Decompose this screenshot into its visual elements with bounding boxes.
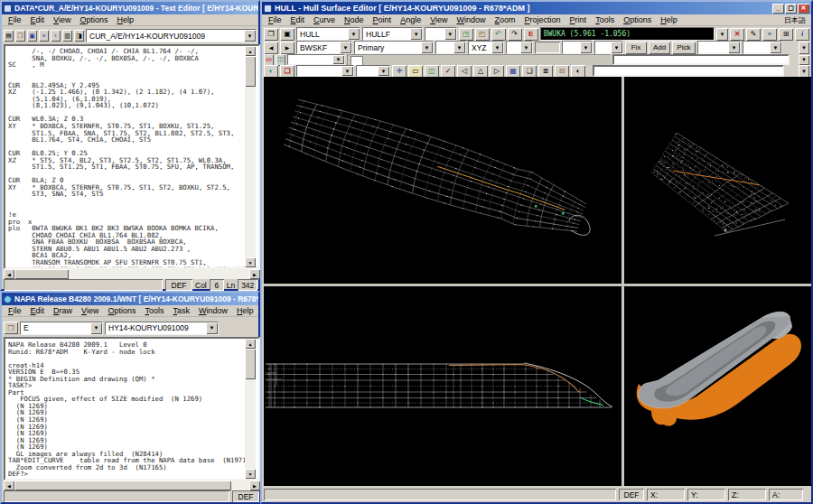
viewport-splitter-vertical[interactable] [621, 77, 624, 486]
chevron-down-icon[interactable]: ▼ [348, 28, 360, 40]
angle-up-icon[interactable]: △ [473, 65, 488, 78]
export-icon[interactable]: ◰ [475, 28, 490, 41]
expression-field[interactable] [612, 54, 790, 65]
viewport-perspective[interactable] [264, 77, 621, 284]
empty-combobox[interactable]: ▼ [743, 41, 782, 54]
editor-text-area[interactable]: /-, -/ CHOAO, CHOAI /- CHIA BL1.764 /- -… [4, 44, 260, 269]
menu-edit[interactable]: Edit [26, 15, 50, 24]
menu-help[interactable]: Help [656, 15, 682, 24]
marker-icon[interactable]: ❏ [280, 65, 294, 78]
chevron-down-icon[interactable]: ▼ [611, 42, 622, 53]
scroll-up-icon[interactable]: ▲ [245, 339, 256, 349]
command-field[interactable] [593, 65, 784, 77]
chevron-down-icon[interactable]: ▼ [340, 42, 351, 53]
menu-tools[interactable]: Tools [140, 306, 168, 315]
menu-task[interactable]: Task [168, 306, 194, 315]
fix-button[interactable]: Fix [625, 42, 647, 54]
close-button[interactable]: ✕ [798, 4, 809, 14]
menu-view[interactable]: View [425, 15, 452, 24]
chevron-down-icon[interactable]: ▼ [421, 42, 433, 53]
toolbar-overflow-icon[interactable]: ▼ [799, 42, 809, 54]
napa-vertical-scrollbar[interactable]: ▲ ▼ [245, 339, 256, 479]
napa-horizontal-scrollbar[interactable]: ◀ ▶ [4, 481, 260, 490]
empty-combobox[interactable]: ▼ [425, 27, 457, 41]
list-icon[interactable]: ▥ [62, 30, 72, 42]
viewport-rendered[interactable] [624, 286, 811, 486]
pen-icon[interactable]: ✎ [746, 28, 761, 41]
scroll-left-icon[interactable]: ◀ [4, 481, 14, 490]
empty-combobox[interactable]: ▼ [594, 41, 623, 54]
angle-right-icon[interactable]: ▷ [490, 65, 504, 78]
surface2-combobox[interactable]: HULLF▼ [362, 27, 423, 41]
scroll-thumb[interactable] [245, 349, 256, 379]
hull-window-titlebar[interactable]: HULL - Hull Surface Editor [ E/HY14-KOUR… [262, 2, 811, 14]
open-icon[interactable]: ❒ [264, 28, 278, 41]
menu-help[interactable]: Help [232, 306, 258, 315]
blank-icon[interactable]: ▭ [408, 65, 423, 78]
info-icon[interactable]: i [795, 28, 809, 41]
contrast-icon[interactable]: ◐ [571, 65, 585, 78]
chevron-down-icon[interactable]: ▼ [90, 322, 102, 334]
fast-forward-icon[interactable]: » [762, 28, 777, 41]
pick-button[interactable]: Pick [672, 42, 696, 54]
copy-icon[interactable]: ◫ [425, 65, 439, 78]
menu-file[interactable]: File [4, 306, 26, 315]
chevron-down-icon[interactable]: ▼ [410, 28, 422, 40]
chevron-down-icon[interactable]: ▼ [770, 42, 781, 53]
calc-icon[interactable]: ⊟ [555, 65, 569, 78]
scroll-down-icon[interactable]: ▼ [245, 257, 256, 267]
viewport-splitter-horizontal[interactable] [264, 284, 811, 286]
chevron-down-icon[interactable]: ▼ [444, 28, 456, 40]
open-icon[interactable]: ❒ [4, 322, 18, 334]
selected-node-combobox[interactable]: BWUKA (5.961 -1.056) [540, 27, 715, 41]
edit-mode-icon[interactable]: E [524, 28, 538, 41]
surface-combobox[interactable]: HULL▼ [296, 27, 360, 41]
chevron-down-icon[interactable]: ▼ [244, 30, 256, 42]
menu-print[interactable]: Print [565, 15, 592, 24]
napa-titlebar[interactable]: NAPA Release B4280 2009.1/WNT [ E/HY14-K… [2, 293, 258, 305]
maximize-button[interactable]: ▢ [785, 4, 797, 14]
mode-combobox[interactable]: Primary▼ [354, 41, 434, 54]
viewport-bow[interactable] [624, 77, 811, 284]
menu-view[interactable]: View [49, 15, 75, 24]
menu-angle[interactable]: Angle [396, 15, 425, 24]
file-path-combobox[interactable]: CUR_A/E/HY14-KOURYU091009▼ [86, 29, 257, 42]
run-icon[interactable]: › [51, 30, 61, 42]
add-button[interactable]: Add [649, 42, 670, 54]
menu-options[interactable]: Options [75, 15, 112, 24]
fast-forward-icon[interactable]: » [39, 30, 49, 42]
prev-icon[interactable]: ◀ [264, 42, 278, 54]
menu-file[interactable]: File [4, 15, 26, 24]
drive-combobox[interactable]: E▼ [20, 322, 103, 335]
scroll-thumb[interactable] [14, 481, 231, 490]
empty-combobox[interactable]: ▼ [356, 65, 390, 77]
scroll-right-icon[interactable]: ▶ [249, 269, 260, 279]
project-combobox[interactable]: HY14-KOURYU091009▼ [105, 322, 219, 335]
menu-tools[interactable]: Tools [591, 15, 619, 24]
toolbar-overflow-icon[interactable]: ▼ [799, 55, 809, 65]
scroll-up-icon[interactable]: ▲ [245, 46, 256, 56]
open-icon[interactable]: ❒ [15, 30, 25, 42]
undo-icon[interactable]: ↶ [491, 28, 506, 41]
chevron-down-icon[interactable]: ▼ [491, 42, 503, 53]
next-icon[interactable]: ▶ [280, 42, 294, 54]
menu-options[interactable]: Options [619, 15, 656, 24]
chevron-down-icon[interactable]: ▼ [341, 66, 353, 76]
editor-horizontal-scrollbar[interactable]: ◀ ▶ [4, 269, 260, 279]
viewport-profile[interactable] [264, 286, 621, 486]
chevron-down-icon[interactable]: ▼ [453, 42, 465, 53]
menu-point[interactable]: Point [369, 15, 397, 24]
folder-icon[interactable]: ❏ [522, 65, 537, 78]
save-icon[interactable]: ▣ [27, 30, 37, 42]
napa-terminal-area[interactable]: NAPA Release B4280 2009.1 Level 0 Runid:… [4, 337, 260, 481]
view-tab[interactable] [350, 56, 363, 66]
scroll-thumb[interactable] [14, 269, 69, 279]
empty-combobox[interactable]: ▼ [296, 65, 354, 77]
menu-curve[interactable]: Curve [309, 15, 340, 24]
empty-combobox[interactable]: ▼ [435, 41, 466, 54]
add-point-icon[interactable]: ✛ [392, 65, 406, 78]
chevron-down-icon[interactable]: ▼ [716, 28, 728, 41]
fill-icon[interactable]: ◐ [264, 65, 278, 78]
menu-projection[interactable]: Projection [520, 15, 565, 24]
grid-icon[interactable]: ⊞ [779, 28, 793, 41]
